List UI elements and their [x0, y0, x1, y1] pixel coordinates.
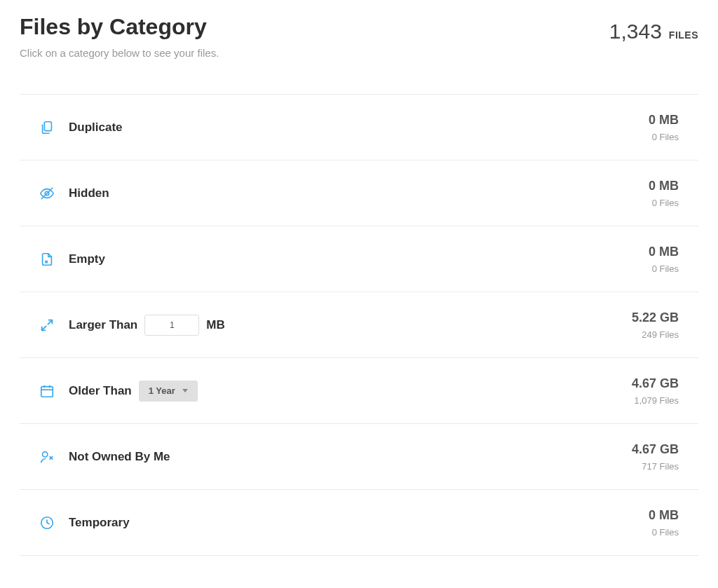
svg-rect-7 [41, 386, 53, 397]
category-size: 5.22 GB [600, 310, 679, 325]
category-duplicate[interactable]: Duplicate 0 MB 0 Files [20, 95, 698, 160]
category-older-than[interactable]: Older Than 1 Year 4.67 GB 1,079 Files [20, 358, 698, 424]
category-size: 0 MB [600, 113, 679, 128]
category-list: Duplicate 0 MB 0 Files Hidden 0 MB 0 Fil… [20, 94, 698, 556]
category-files-count: 249 Files [600, 329, 679, 340]
size-threshold-input[interactable] [144, 315, 199, 336]
duplicate-icon [20, 120, 69, 135]
category-not-owned[interactable]: Not Owned By Me 4.67 GB 717 Files [20, 424, 698, 490]
category-files-count: 0 Files [600, 527, 679, 538]
header: Files by Category Click on a category be… [20, 14, 698, 59]
category-label: Temporary [69, 516, 130, 530]
category-temporary[interactable]: Temporary 0 MB 0 Files [20, 490, 698, 556]
total-files: 1,343 FILES [609, 20, 698, 43]
size-unit-label: MB [206, 318, 224, 332]
svg-rect-0 [44, 121, 51, 130]
category-empty[interactable]: Empty 0 MB 0 Files [20, 226, 698, 292]
category-label: Hidden [69, 186, 109, 200]
category-files-count: 0 Files [600, 264, 679, 274]
chevron-down-icon [182, 389, 188, 392]
category-files-count: 1,079 Files [600, 395, 679, 406]
category-hidden[interactable]: Hidden 0 MB 0 Files [20, 160, 698, 226]
svg-line-5 [48, 320, 52, 324]
svg-point-11 [43, 451, 48, 456]
category-size: 4.67 GB [600, 442, 679, 457]
total-label: FILES [669, 29, 698, 41]
expand-icon [20, 317, 69, 333]
category-label: Duplicate [69, 121, 123, 135]
dropdown-value: 1 Year [149, 385, 175, 396]
category-size: 0 MB [600, 245, 679, 259]
page-title: Files by Category [20, 14, 609, 40]
calendar-icon [20, 383, 69, 399]
svg-line-6 [42, 325, 46, 329]
category-label-prefix: Older Than [69, 384, 132, 398]
total-count: 1,343 [609, 20, 662, 43]
category-files-count: 0 Files [600, 132, 679, 142]
category-files-count: 717 Files [600, 461, 679, 472]
user-remove-icon [20, 449, 69, 465]
category-label: Not Owned By Me [69, 450, 170, 464]
category-files-count: 0 Files [600, 198, 679, 208]
age-threshold-dropdown[interactable]: 1 Year [139, 381, 198, 402]
hidden-icon [20, 186, 69, 201]
page-subtitle: Click on a category below to see your fi… [20, 47, 609, 59]
category-larger-than[interactable]: Larger Than MB 5.22 GB 249 Files [20, 292, 698, 358]
category-label-prefix: Larger Than [69, 318, 137, 332]
category-size: 0 MB [600, 179, 679, 193]
clock-icon [20, 515, 69, 531]
category-label: Empty [69, 252, 105, 266]
category-size: 0 MB [600, 508, 679, 523]
empty-file-icon [20, 252, 69, 267]
category-size: 4.67 GB [600, 376, 679, 391]
